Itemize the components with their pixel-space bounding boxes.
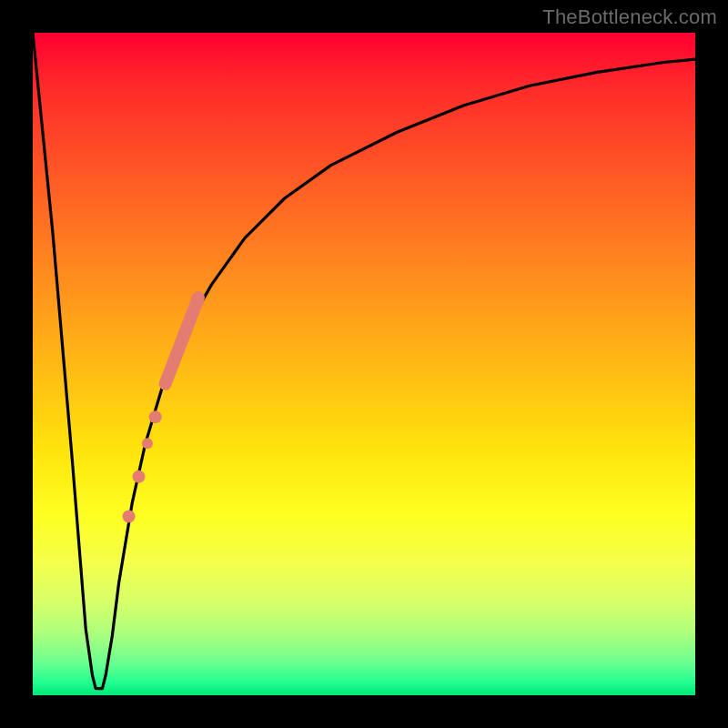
chart-frame: TheBottleneck.com — [0, 0, 728, 728]
marker-dot — [132, 470, 145, 483]
chart-svg — [33, 33, 695, 695]
plot-area — [33, 33, 695, 695]
marker-dot — [142, 438, 153, 449]
marker-segment — [166, 298, 198, 384]
bottleneck-curve — [33, 33, 695, 689]
marker-dot — [123, 510, 136, 522]
curve-layer — [33, 33, 695, 689]
watermark-text: TheBottleneck.com — [542, 5, 717, 29]
marker-dot — [149, 410, 162, 423]
